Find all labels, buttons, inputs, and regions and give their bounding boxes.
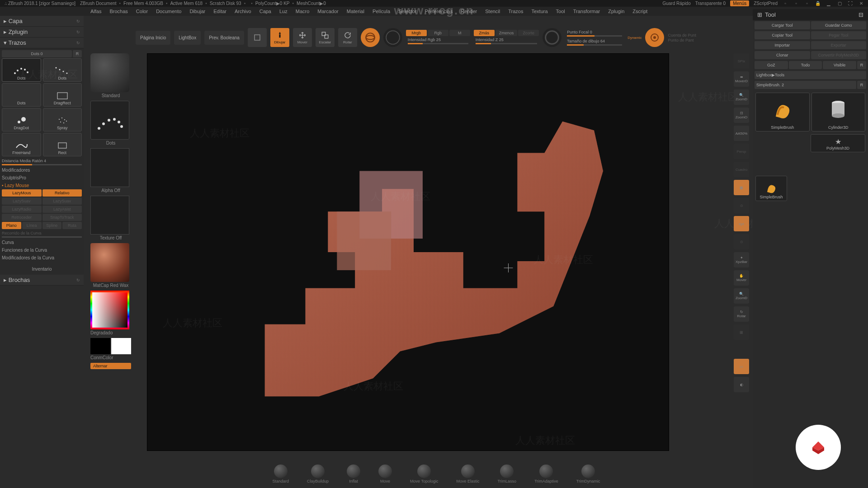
- rgb-toggle[interactable]: Rgb: [428, 30, 448, 36]
- rail-moverd[interactable]: ⬌MoverD: [734, 71, 749, 87]
- lazymouse-section[interactable]: • Lazy Mouse: [2, 182, 82, 189]
- primary-color[interactable]: [111, 338, 131, 354]
- rail-rotar[interactable]: ↻Rotar: [734, 306, 749, 322]
- punto-focal-slider[interactable]: Punto Focal 0: [565, 29, 624, 38]
- todo-btn[interactable]: Todo: [789, 61, 822, 69]
- exportar-btn[interactable]: Exportar: [811, 41, 867, 49]
- ruta-btn[interactable]: Ruta: [62, 222, 82, 229]
- menu-selector[interactable]: Selector: [398, 9, 416, 14]
- brush-swatch[interactable]: [90, 53, 129, 92]
- gyro-icon[interactable]: [361, 28, 380, 47]
- menu-brochas[interactable]: Brochas: [109, 9, 127, 14]
- mrgb-toggle[interactable]: Mrgb: [406, 30, 427, 36]
- viewport-canvas[interactable]: [147, 53, 669, 451]
- menu-alfas[interactable]: Alfas: [90, 9, 101, 14]
- tray-move[interactable]: Move: [378, 465, 392, 483]
- stroke-spray[interactable]: Spray: [43, 108, 82, 131]
- window-icon[interactable]: ▫: [782, 0, 788, 7]
- rail-cuadro[interactable]: Cuadro: [734, 162, 749, 177]
- tool-thumb-small[interactable]: SimpleBrush: [755, 176, 787, 201]
- tray-trimadaptive[interactable]: TrimAdaptive: [534, 465, 558, 483]
- zmas-toggle[interactable]: Zmás: [474, 30, 495, 36]
- tray-trimdynamic[interactable]: TrimDynamic: [576, 465, 600, 483]
- menu-trazos[interactable]: Trazos: [508, 9, 523, 14]
- copiar-tool-btn[interactable]: Copiar Tool: [755, 31, 810, 39]
- window-icon[interactable]: ▫: [793, 0, 799, 7]
- menu-editar[interactable]: Editar: [213, 9, 226, 14]
- menu-zplugin[interactable]: Zplugin: [608, 9, 624, 14]
- rail-pframe[interactable]: ▭: [734, 359, 749, 374]
- importar-btn[interactable]: Importar: [755, 41, 810, 49]
- modificadores-section[interactable]: Modificadores: [2, 166, 82, 174]
- rail-zoomd[interactable]: 🔍ZoomD: [734, 89, 749, 105]
- tray-claybuildup[interactable]: ClayBuildup: [307, 465, 329, 483]
- lightbox-tools-btn[interactable]: Lightbox▶Tools: [755, 71, 866, 79]
- edit-icon[interactable]: [248, 28, 267, 47]
- brochas-header[interactable]: ▸ Brochas↻: [0, 275, 84, 286]
- zscript-pred[interactable]: ZScriptPred: [754, 1, 778, 6]
- stroke-dots-3[interactable]: Dots: [2, 83, 41, 107]
- goz-btn[interactable]: GoZ: [755, 61, 788, 69]
- stroke-dots-2[interactable]: Dots: [43, 58, 82, 82]
- modcurva-section[interactable]: Modificadores de la Curva: [2, 254, 82, 262]
- distancia-slider[interactable]: Distancia Media Ratón 4: [2, 158, 82, 166]
- conmcolor-label[interactable]: ConmColor: [90, 355, 131, 360]
- zplugin-header[interactable]: ▸ Zplugin↻: [0, 27, 84, 38]
- rail-circle1[interactable]: ⊙: [734, 198, 749, 213]
- maximize-icon[interactable]: ▢: [836, 0, 843, 7]
- inventario-section[interactable]: Inventario: [2, 265, 82, 273]
- guardar-como-btn[interactable]: Guardar Como: [811, 21, 867, 29]
- tray-standard[interactable]: Standard: [272, 465, 289, 483]
- mover-button[interactable]: Mover: [293, 28, 312, 47]
- trazos-header[interactable]: ▾ Trazos↻: [0, 38, 84, 48]
- tool-thumb-simplebrush[interactable]: SimpleBrush: [755, 93, 810, 131]
- menu-zscript[interactable]: Zscript: [632, 9, 647, 14]
- rail-zoom3d[interactable]: 🔍ZoomD: [734, 288, 749, 304]
- capa-header[interactable]: ▸ Capa↻: [0, 16, 84, 27]
- rail-solo[interactable]: ◐: [734, 377, 749, 392]
- zmenos-toggle[interactable]: Zmenos: [495, 30, 518, 36]
- drawsize-icon[interactable]: [645, 28, 664, 47]
- stroke-swatch[interactable]: [90, 101, 129, 140]
- menu-marcador[interactable]: Marcador: [317, 9, 338, 14]
- tray-moveelastic[interactable]: Move Elastic: [456, 465, 479, 483]
- menu-color[interactable]: Color: [136, 9, 148, 14]
- menu-luz[interactable]: Luz: [279, 9, 288, 14]
- rotar-button[interactable]: Rotar: [338, 28, 357, 47]
- funciones-section[interactable]: Funciones de la Curva: [2, 246, 82, 254]
- stroke-dragrect[interactable]: DragRect: [43, 83, 82, 107]
- pagina-inicio-button[interactable]: Página Inicio: [136, 31, 170, 45]
- lazyasist-btn[interactable]: LazyAsist: [42, 206, 82, 213]
- transparente[interactable]: Transparente 0: [695, 1, 726, 6]
- menu-capa[interactable]: Capa: [259, 9, 271, 14]
- menu-macro[interactable]: Macro: [296, 9, 310, 14]
- r-btn[interactable]: R: [857, 61, 866, 69]
- lazyradio-btn[interactable]: LazyRadio: [2, 206, 42, 213]
- dibujar-button[interactable]: Dibujar: [270, 28, 289, 47]
- lazymouse-btn[interactable]: LazyMous: [2, 189, 42, 197]
- stroke-dots[interactable]: Dots: [2, 58, 41, 82]
- dots-r[interactable]: R: [73, 50, 82, 57]
- snaptotrack-btn[interactable]: SnapToTrack: [42, 214, 82, 221]
- tray-inflat[interactable]: Inflat: [347, 465, 360, 483]
- m-toggle[interactable]: M: [449, 30, 470, 36]
- color-picker[interactable]: [90, 291, 129, 329]
- recorrido-slider[interactable]: Recorrido de la Curva: [2, 230, 82, 239]
- rail-mover[interactable]: ✋Mover: [734, 270, 749, 286]
- secondary-color[interactable]: [90, 338, 110, 354]
- tool-thumb-polymesh[interactable]: ★PolyMesh3D: [811, 134, 865, 152]
- relativo-btn[interactable]: Relativo: [42, 189, 82, 197]
- pegar-tool-btn[interactable]: Pegar Tool: [811, 31, 867, 39]
- sphere-icon[interactable]: [383, 28, 402, 47]
- menu-dibujar[interactable]: Dibujar: [189, 9, 205, 14]
- lightbox-button[interactable]: LightBox: [174, 31, 201, 45]
- dots-label[interactable]: Dots 0: [2, 50, 72, 57]
- lazysuav-btn[interactable]: LazySuav: [2, 197, 42, 205]
- rail-zoomo[interactable]: ⊡ZoomO: [734, 108, 749, 123]
- cargar-tool-btn[interactable]: Cargar Tool: [755, 21, 810, 29]
- intensidad-z-slider[interactable]: Intensidad Z 25: [474, 37, 539, 45]
- tool-header[interactable]: ⊞Tool⊟: [753, 9, 868, 20]
- tool-thumb-cylinder[interactable]: Cylinder3D: [811, 93, 866, 131]
- convertir-btn[interactable]: Convertir PolyMesh3D: [811, 51, 867, 59]
- prev-booleana-button[interactable]: Prev. Booleana: [204, 31, 244, 45]
